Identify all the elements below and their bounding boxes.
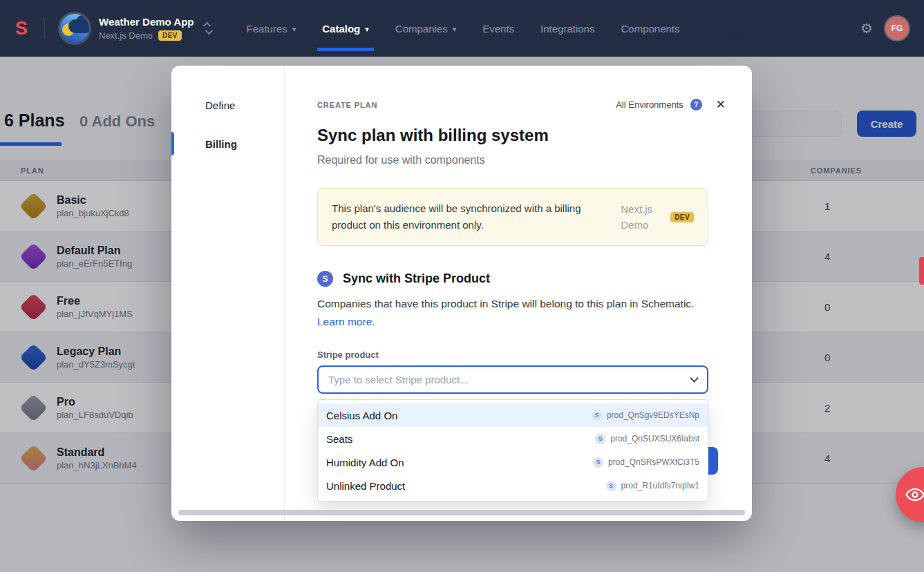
environment-name: Next.js Demo xyxy=(99,30,153,41)
chevron-down-icon: ▾ xyxy=(365,25,369,34)
step-billing[interactable]: Billing xyxy=(171,135,284,153)
nav-item-catalog[interactable]: Catalog ▾ xyxy=(322,0,369,57)
main-nav: Features ▾ Catalog ▾ Companies ▾ Events … xyxy=(247,0,680,57)
stripe-icon: S xyxy=(595,434,605,444)
stripe-product-input[interactable] xyxy=(328,374,691,385)
modal-content: CREATE PLAN All Environments ? ✕ Sync pl… xyxy=(285,66,752,521)
nav-item-features[interactable]: Features ▾ xyxy=(247,0,296,57)
schematic-logo-icon[interactable]: S xyxy=(15,18,39,39)
stripe-icon: S xyxy=(606,481,616,491)
notice-env-name: Next.js Demo xyxy=(621,201,663,233)
stripe-icon: S xyxy=(593,457,603,468)
modal-subtitle: Required for use with components xyxy=(317,154,708,166)
stripe-section-title: Sync with Stripe Product xyxy=(343,271,490,286)
notice-text: This plan's audience will be synchronize… xyxy=(332,200,608,233)
nav-item-events[interactable]: Events xyxy=(482,0,514,57)
close-icon[interactable]: ✕ xyxy=(716,97,726,112)
nav-item-integrations[interactable]: Integrations xyxy=(540,0,594,57)
dropdown-option[interactable]: Humidity Add On S prod_QnSRsPWXfCi3T5 xyxy=(318,450,708,474)
stripe-product-id: prod_QnSRsPWXfCi3T5 xyxy=(608,457,699,467)
modal-steps-rail: Define Billing xyxy=(171,66,285,521)
modal-eyebrow: CREATE PLAN xyxy=(317,101,377,109)
create-plan-modal: Define Billing CREATE PLAN All Environme… xyxy=(171,66,752,521)
environment-selector[interactable]: All Environments xyxy=(616,99,683,110)
env-dev-badge: DEV xyxy=(158,30,182,41)
app-avatar[interactable] xyxy=(60,14,89,43)
app-meta: Weather Demo App Next.js Demo DEV xyxy=(99,16,194,41)
navbar-divider xyxy=(44,18,45,39)
cloud-icon xyxy=(77,15,88,26)
gear-icon[interactable]: ⚙ xyxy=(860,20,873,37)
chevron-down-icon: ▾ xyxy=(453,25,457,34)
dropdown-option[interactable]: Unlinked Product S prod_R1uIdfs7nqIlw1 xyxy=(318,474,708,497)
user-avatar[interactable]: FG xyxy=(885,17,909,40)
stripe-icon: S xyxy=(317,271,333,287)
stripe-product-id: prod_QnSUXSUX6Iabst xyxy=(610,434,699,444)
app-switcher-icon[interactable] xyxy=(205,22,211,35)
horizontal-scrollbar[interactable] xyxy=(178,510,745,515)
stripe-product-id: prod_QnSgv9EDsYEsNp xyxy=(607,410,699,420)
environment-notice: This plan's audience will be synchronize… xyxy=(317,188,708,246)
stripe-product-label: Stripe product xyxy=(317,350,708,360)
dropdown-option[interactable]: Celsius Add On S prod_QnSgv9EDsYEsNp xyxy=(318,403,708,427)
nav-item-companies[interactable]: Companies ▾ xyxy=(395,0,456,57)
stripe-product-dropdown: Celsius Add On S prod_QnSgv9EDsYEsNp Sea… xyxy=(317,399,708,502)
learn-more-link[interactable]: Learn more. xyxy=(317,316,375,327)
stripe-product-select[interactable] xyxy=(317,365,708,394)
step-define[interactable]: Define xyxy=(171,96,284,114)
eye-icon xyxy=(905,485,924,504)
side-flag-tab[interactable] xyxy=(919,257,924,285)
stripe-description: Companies that have this product in Stri… xyxy=(317,295,708,330)
chevron-down-icon: ▾ xyxy=(292,25,296,34)
top-navbar: S Weather Demo App Next.js Demo DEV Feat… xyxy=(0,0,924,57)
nav-item-components[interactable]: Components xyxy=(621,0,679,57)
notice-dev-badge: DEV xyxy=(670,212,694,222)
stripe-icon: S xyxy=(592,410,602,421)
chevron-down-icon[interactable] xyxy=(690,374,699,383)
modal-title: Sync plan with billing system xyxy=(317,126,708,145)
app-name: Weather Demo App xyxy=(99,16,194,28)
stripe-product-id: prod_R1uIdfs7nqIlw1 xyxy=(621,481,699,490)
dropdown-option[interactable]: Seats S prod_QnSUXSUX6Iabst xyxy=(318,427,708,450)
help-icon[interactable]: ? xyxy=(690,99,702,111)
